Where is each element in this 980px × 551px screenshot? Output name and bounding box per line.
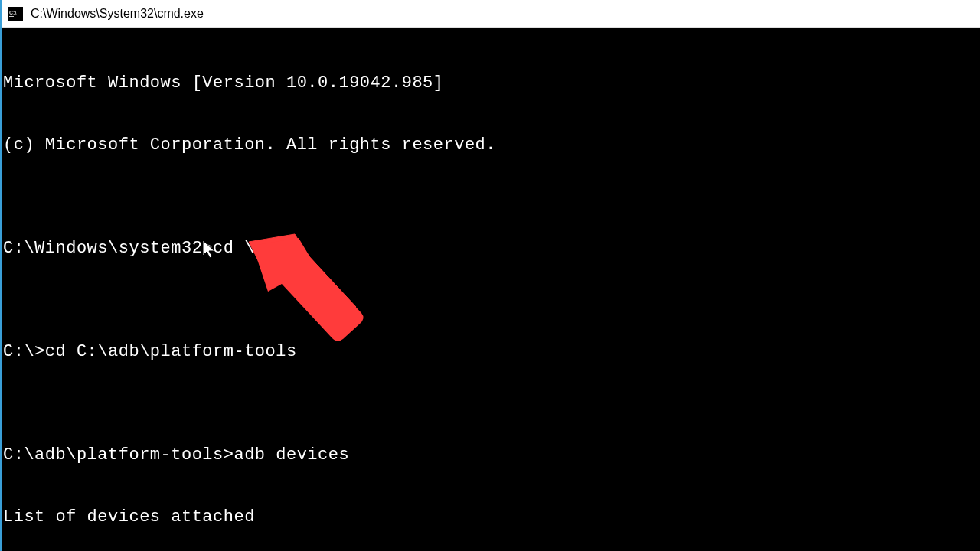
terminal-line: Microsoft Windows [Version 10.0.19042.98… [3, 73, 978, 93]
window-title: C:\Windows\System32\cmd.exe [31, 7, 204, 21]
terminal-output[interactable]: Microsoft Windows [Version 10.0.19042.98… [2, 28, 980, 551]
cmd-icon: C:\ [8, 7, 23, 21]
title-bar[interactable]: C:\ C:\Windows\System32\cmd.exe [2, 0, 980, 28]
svg-text:C:\: C:\ [9, 10, 16, 15]
terminal-line: C:\>cd C:\adb\platform-tools [3, 341, 978, 362]
svg-rect-2 [9, 16, 14, 17]
terminal-line: C:\adb\platform-tools>adb devices [3, 445, 978, 465]
terminal-line: List of devices attached [3, 507, 978, 527]
terminal-line: C:\Windows\system32>cd \ [3, 238, 978, 259]
terminal-line: (c) Microsoft Corporation. All rights re… [3, 135, 978, 155]
